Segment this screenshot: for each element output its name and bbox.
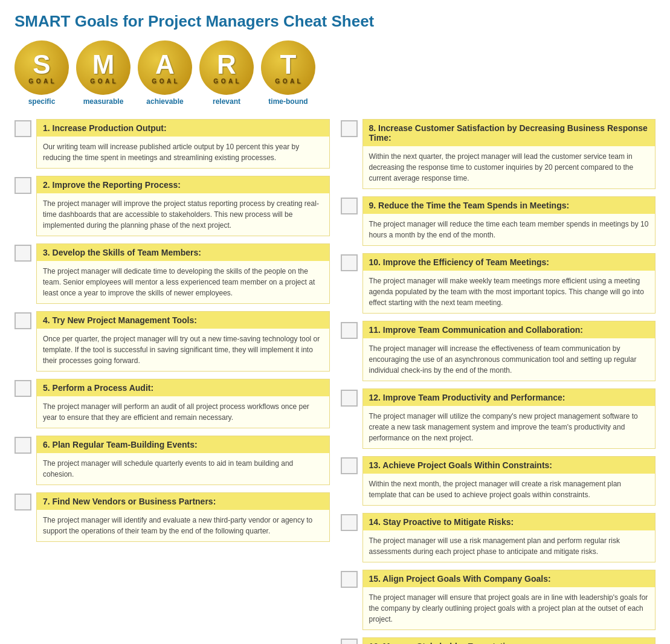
goal-body: The project manager will use a risk mana… xyxy=(363,530,656,562)
goal-body: Our writing team will increase published… xyxy=(37,137,329,168)
goal-item: 3. Develop the Skills of Team Members:Th… xyxy=(14,243,330,304)
smart-letter: A xyxy=(155,51,175,78)
smart-label: specific xyxy=(14,97,69,106)
goal-card: 4. Try New Project Management Tools:Once… xyxy=(36,311,330,372)
goal-checkbox[interactable] xyxy=(341,639,358,644)
smart-sub: G O A L xyxy=(152,78,178,85)
goal-item: 14. Stay Proactive to Mitigate Risks:The… xyxy=(341,513,656,562)
smart-circle-measurable: M G O A L xyxy=(76,40,130,95)
smart-label: relevant xyxy=(199,97,254,106)
goal-header: 6. Plan Regular Team-Building Events: xyxy=(37,436,329,453)
smart-circle-time-bound: T G O A L xyxy=(261,40,315,95)
goal-body: The project manager will utilize the com… xyxy=(363,406,656,448)
goal-item: 7. Find New Vendors or Business Partners… xyxy=(14,492,330,542)
smart-sub: G O A L xyxy=(275,78,301,85)
smart-sub: G O A L xyxy=(90,78,116,85)
goal-item: 1. Increase Production Output:Our writin… xyxy=(14,119,330,169)
goal-body: The project manager will make weekly tea… xyxy=(363,271,656,313)
smart-item-time-bound: T G O A L time-bound xyxy=(261,40,315,106)
goal-body: The project manager will dedicate time t… xyxy=(37,261,329,303)
goal-checkbox[interactable] xyxy=(341,514,358,531)
smart-sub: G O A L xyxy=(28,78,54,85)
smart-letter: M xyxy=(92,51,115,78)
goal-header: 5. Perform a Process Audit: xyxy=(37,379,329,396)
goal-header: 7. Find New Vendors or Business Partners… xyxy=(37,493,329,510)
goal-header: 8. Increase Customer Satisfaction by Dec… xyxy=(363,120,656,146)
goal-body: The project manager will schedule quarte… xyxy=(37,453,329,485)
goal-header: 13. Achieve Project Goals Within Constra… xyxy=(363,457,656,474)
smart-item-measurable: M G O A L measurable xyxy=(76,40,130,106)
goal-header: 1. Increase Production Output: xyxy=(37,120,329,137)
goal-card: 9. Reduce the Time the Team Spends in Me… xyxy=(362,196,656,246)
goal-card: 3. Develop the Skills of Team Members:Th… xyxy=(36,243,330,304)
goal-checkbox[interactable] xyxy=(14,245,31,262)
smart-letter: R xyxy=(217,51,236,78)
content-area: 1. Increase Production Output:Our writin… xyxy=(14,119,656,644)
goal-checkbox[interactable] xyxy=(14,437,31,454)
goal-card: 6. Plan Regular Team-Building Events:The… xyxy=(36,436,330,485)
goal-checkbox[interactable] xyxy=(14,312,31,329)
smart-label: achievable xyxy=(138,97,192,106)
goal-header: 11. Improve Team Communication and Colla… xyxy=(363,321,656,338)
goal-card: 15. Align Project Goals With Company Goa… xyxy=(362,570,656,630)
goal-body: Once per quarter, the project manager wi… xyxy=(37,329,329,371)
goal-item: 5. Perform a Process Audit:The project m… xyxy=(14,379,330,428)
goal-checkbox[interactable] xyxy=(14,494,31,510)
goal-item: 12. Improve Team Productivity and Perfor… xyxy=(341,388,656,449)
goal-item: 4. Try New Project Management Tools:Once… xyxy=(14,311,330,372)
goal-body: The project manager will identify and ev… xyxy=(37,510,329,541)
goal-card: 13. Achieve Project Goals Within Constra… xyxy=(362,456,656,506)
goal-card: 10. Improve the Efficiency of Team Meeti… xyxy=(362,253,656,314)
goal-item: 13. Achieve Project Goals Within Constra… xyxy=(341,456,656,506)
left-column: 1. Increase Production Output:Our writin… xyxy=(14,119,330,644)
goal-header: 15. Align Project Goals With Company Goa… xyxy=(363,570,656,587)
goal-checkbox[interactable] xyxy=(14,177,31,194)
goal-header: 4. Try New Project Management Tools: xyxy=(37,312,329,329)
goal-card: 8. Increase Customer Satisfaction by Dec… xyxy=(362,119,656,189)
goal-body: The project manager will reduce the time… xyxy=(363,214,656,245)
goal-body: The project manager will perform an audi… xyxy=(37,396,329,428)
goal-body: The project manager will increase the ef… xyxy=(363,338,656,381)
smart-letter: S xyxy=(33,51,50,78)
goal-header: 16. Manage Stakeholder Expectations: xyxy=(363,638,656,644)
goal-card: 1. Increase Production Output:Our writin… xyxy=(36,119,330,169)
goal-checkbox[interactable] xyxy=(341,120,358,137)
goal-card: 11. Improve Team Communication and Colla… xyxy=(362,321,656,381)
right-column: 8. Increase Customer Satisfaction by Dec… xyxy=(341,119,656,644)
goal-header: 9. Reduce the Time the Team Spends in Me… xyxy=(363,197,656,214)
goal-card: 16. Manage Stakeholder Expectations:The … xyxy=(362,637,656,644)
smart-banner: S G O A L specific M G O A L measurable … xyxy=(14,40,656,106)
smart-item-achievable: A G O A L achievable xyxy=(138,40,192,106)
goal-checkbox[interactable] xyxy=(341,254,358,271)
smart-circle-relevant: R G O A L xyxy=(199,40,254,95)
page-title: SMART Goals for Project Managers Cheat S… xyxy=(14,12,656,31)
goal-item: 16. Manage Stakeholder Expectations:The … xyxy=(341,637,656,644)
goal-checkbox[interactable] xyxy=(341,457,358,474)
goal-header: 12. Improve Team Productivity and Perfor… xyxy=(363,389,656,406)
goal-card: 5. Perform a Process Audit:The project m… xyxy=(36,379,330,428)
goal-body: The project manager will ensure that pro… xyxy=(363,587,656,630)
goal-body: The project manager will improve the pro… xyxy=(37,193,329,236)
goal-checkbox[interactable] xyxy=(341,390,358,407)
goal-body: Within the next month, the project manag… xyxy=(363,474,656,505)
goal-checkbox[interactable] xyxy=(14,380,31,397)
goal-item: 6. Plan Regular Team-Building Events:The… xyxy=(14,436,330,485)
goal-header: 3. Develop the Skills of Team Members: xyxy=(37,244,329,261)
smart-sub: G O A L xyxy=(213,78,239,85)
goal-checkbox[interactable] xyxy=(341,198,358,214)
goal-item: 11. Improve Team Communication and Colla… xyxy=(341,321,656,381)
goal-item: 8. Increase Customer Satisfaction by Dec… xyxy=(341,119,656,189)
smart-letter: T xyxy=(280,51,297,78)
smart-item-specific: S G O A L specific xyxy=(14,40,69,106)
goal-card: 14. Stay Proactive to Mitigate Risks:The… xyxy=(362,513,656,562)
goal-card: 12. Improve Team Productivity and Perfor… xyxy=(362,388,656,449)
smart-label: measurable xyxy=(76,97,130,106)
goal-body: Within the next quarter, the project man… xyxy=(363,146,656,188)
goal-item: 2. Improve the Reporting Process:The pro… xyxy=(14,176,330,236)
goal-header: 2. Improve the Reporting Process: xyxy=(37,176,329,193)
goal-checkbox[interactable] xyxy=(341,322,358,339)
goal-checkbox[interactable] xyxy=(341,571,358,588)
smart-circle-specific: S G O A L xyxy=(14,40,69,95)
goal-header: 10. Improve the Efficiency of Team Meeti… xyxy=(363,254,656,271)
goal-checkbox[interactable] xyxy=(14,120,31,137)
